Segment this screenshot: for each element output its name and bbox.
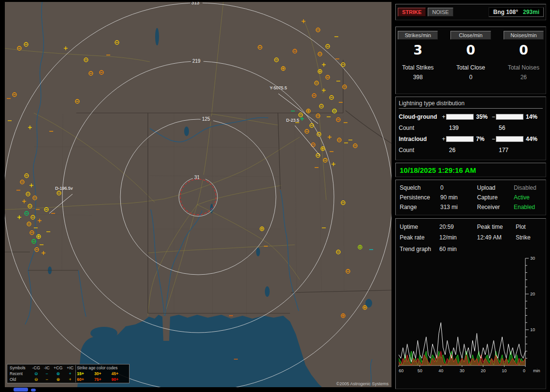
recent-ncg-icon: ⊖: [30, 371, 42, 377]
range-value: 313 mi: [440, 204, 477, 210]
stats-row: Peak rate 12/min 12:49 AM Strike: [397, 232, 545, 243]
squelch-value: 0: [440, 184, 477, 191]
cloud-ground-row: Cloud-ground + 35% − 14%: [399, 112, 543, 122]
svg-text:40: 40: [438, 368, 443, 373]
legend-age-title: Strike age color codes: [76, 365, 128, 371]
uptime-label: Uptime: [400, 224, 439, 230]
status-row: Persistence 90 min Capture Active: [400, 193, 542, 202]
status-row: Range 313 mi Receiver Enabled: [400, 202, 542, 212]
status-row: Squelch 0 Upload Disabled: [400, 183, 542, 193]
lake: [184, 126, 189, 136]
uptime-value: 20:59: [439, 224, 477, 230]
copyright-text: ©2005 Astrogenic Systems: [336, 381, 389, 386]
peak-time-value: 12:49 AM: [477, 234, 516, 241]
total-strikes-label: Total Strikes: [398, 64, 438, 71]
plot-value: Strike: [516, 234, 548, 241]
datetime-box: 10/18/2025 1:29:16 AM: [395, 163, 546, 177]
svg-text:30: 30: [530, 256, 535, 261]
legend-row-old: Old: [9, 377, 30, 382]
close-per-min-button[interactable]: Close/min: [450, 31, 491, 40]
svg-text:D-196.5v: D-196.5v: [55, 186, 73, 191]
capture-label: Capture: [477, 194, 514, 201]
lake-pontchartrain: [90, 327, 117, 339]
svg-text:219: 219: [192, 58, 201, 64]
svg-text:50: 50: [418, 368, 422, 373]
lake: [256, 248, 260, 256]
old-pcg-icon: ⊕: [51, 377, 65, 382]
upload-label: Upload: [477, 184, 514, 191]
legend-header-symbols: Symbols: [9, 365, 30, 371]
map-canvas[interactable]: 31321912531 Y-5075.5D-23.5D-196.5v Symbo…: [5, 2, 391, 387]
legend-header-pic: +IC: [65, 365, 76, 371]
svg-text:min: min: [533, 368, 540, 373]
status-box: Squelch 0 Upload Disabled Persistence 90…: [395, 180, 546, 215]
recent-nic-icon: −: [42, 371, 51, 377]
strikes-per-min-button[interactable]: Strikes/min: [398, 31, 438, 40]
intracloud-row: Intracloud + 7% − 44%: [399, 134, 543, 144]
cg-minus-percent: 14%: [523, 113, 540, 120]
bearing-distance: 293mi: [523, 9, 539, 15]
cg-plus-count: 139: [446, 125, 474, 131]
persistence-value: 90 min: [440, 194, 477, 201]
recent-pcg-icon: ⊕: [51, 371, 65, 377]
peak-time-label: Peak time: [477, 224, 516, 230]
ic-minus-count: 177: [496, 147, 523, 154]
ic-plus-percent: 7%: [474, 136, 491, 142]
svg-text:10: 10: [502, 368, 507, 373]
svg-text:30: 30: [460, 368, 464, 373]
lake: [155, 28, 159, 45]
cg-plus-bar: [446, 114, 474, 120]
intracloud-count-row: Count 26 177: [399, 144, 543, 156]
close-per-min-value: 0: [450, 42, 491, 57]
plot-label: Plot: [516, 224, 548, 230]
peak-rate-value: 12/min: [439, 234, 477, 241]
strikes-per-min-value: 3: [398, 42, 438, 57]
cg-plus-percent: 35%: [474, 113, 491, 120]
distribution-title: Lightning type distribution: [399, 99, 543, 109]
bearing-label: Bng 108°: [493, 9, 518, 15]
cg-minus-bar: [496, 114, 523, 120]
legend-header-ncg: -CG: [30, 365, 42, 371]
squelch-label: Squelch: [400, 184, 440, 191]
ic-minus-bar: [496, 136, 523, 142]
noise-mode-button[interactable]: NOISE: [428, 8, 453, 16]
total-noises-value: 26: [504, 74, 544, 81]
legend-header-pcg: +CG: [51, 365, 65, 371]
count-label: Count: [399, 125, 441, 131]
svg-text:125: 125: [202, 116, 210, 122]
trend-graph-label: Trend graph: [400, 246, 439, 252]
ic-plus-count: 26: [446, 147, 474, 154]
bearing-readout: Bng 108° 293mi: [489, 7, 544, 17]
persistence-label: Persistence: [400, 194, 440, 201]
svg-text:10: 10: [530, 327, 535, 332]
taskbar-fragment: [31, 389, 36, 392]
ic-plus-bar: [446, 136, 474, 142]
cg-minus-count: 56: [496, 125, 523, 131]
storm-track-labels: Y-5075.5D-23.5D-196.5v: [49, 85, 320, 213]
total-noises-label: Total Noises: [504, 64, 544, 71]
old-ncg-icon: ⊖: [30, 377, 42, 382]
age-75: 75+: [93, 377, 110, 382]
ic-minus-percent: 44%: [523, 136, 540, 142]
stats-row: Uptime 20:59 Peak time Plot: [397, 222, 545, 232]
taskbar-fragment: [14, 388, 28, 392]
old-nic-icon: −: [42, 377, 51, 382]
capture-value: Active: [514, 194, 548, 201]
plus-sign: +: [441, 113, 446, 120]
trend-graph-window: 60 min: [439, 246, 497, 252]
receiver-value: Enabled: [514, 204, 548, 210]
total-strikes-value: 398: [398, 74, 438, 81]
distribution-box: Lightning type distribution Cloud-ground…: [395, 97, 546, 160]
upload-value: Disabled: [514, 184, 548, 191]
noises-per-min-button[interactable]: Noises/min: [504, 31, 544, 40]
minus-sign: −: [491, 136, 496, 142]
age-45: 45+: [111, 371, 128, 377]
lake: [265, 286, 270, 297]
svg-text:D-23.5: D-23.5: [286, 118, 299, 123]
legend-header-nic: -IC: [42, 365, 51, 371]
map-svg: 31321912531 Y-5075.5D-23.5D-196.5v: [5, 2, 391, 387]
svg-text:20: 20: [481, 368, 486, 373]
strike-mode-button[interactable]: STRIKE: [398, 8, 426, 16]
legend-row-recent: Recent: [9, 371, 30, 377]
intracloud-label: Intracloud: [399, 136, 441, 142]
